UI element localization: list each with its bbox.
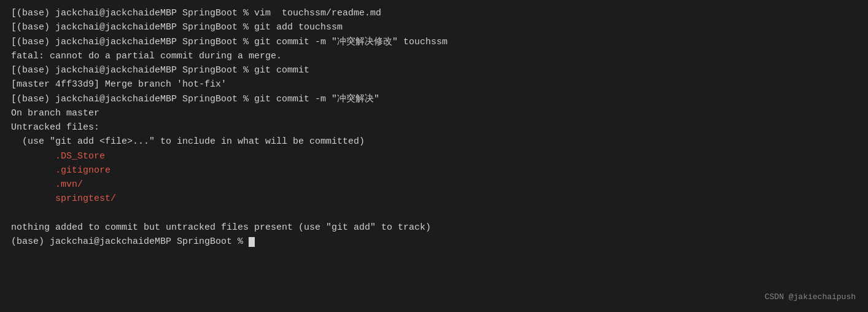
terminal-line-10: (use "git add <file>..." to include in w… [11, 135, 857, 149]
terminal-line-6: [master 4ff33d9] Merge branch 'hot-fix' [11, 77, 857, 92]
terminal-line-13: .mvn/ [11, 177, 857, 192]
terminal-line-7: [(base) jackchai@jackchaideMBP SpringBoo… [11, 92, 857, 106]
prompt-text: (base) jackchai@jackchaideMBP SpringBoot… [11, 236, 249, 247]
terminal-line-3: [(base) jackchai@jackchaideMBP SpringBoo… [11, 35, 857, 49]
terminal-line-16: nothing added to commit but untracked fi… [11, 220, 857, 235]
terminal-line-15 [11, 206, 857, 220]
terminal-line-8: On branch master [11, 106, 857, 120]
watermark: CSDN @jakiechaipush [765, 291, 856, 303]
terminal-line-12: .gitignore [11, 163, 857, 177]
terminal-window: [(base) jackchai@jackchaideMBP SpringBoo… [0, 0, 868, 312]
terminal-cursor [249, 237, 255, 247]
terminal-line-9: Untracked files: [11, 120, 857, 135]
terminal-line-17: (base) jackchai@jackchaideMBP SpringBoot… [11, 235, 857, 249]
terminal-line-4: fatal: cannot do a partial commit during… [11, 49, 857, 63]
terminal-line-11: .DS_Store [11, 149, 857, 163]
terminal-line-1: [(base) jackchai@jackchaideMBP SpringBoo… [11, 6, 857, 20]
terminal-line-2: [(base) jackchai@jackchaideMBP SpringBoo… [11, 20, 857, 34]
terminal-line-14: springtest/ [11, 192, 857, 206]
terminal-line-5: [(base) jackchai@jackchaideMBP SpringBoo… [11, 63, 857, 77]
